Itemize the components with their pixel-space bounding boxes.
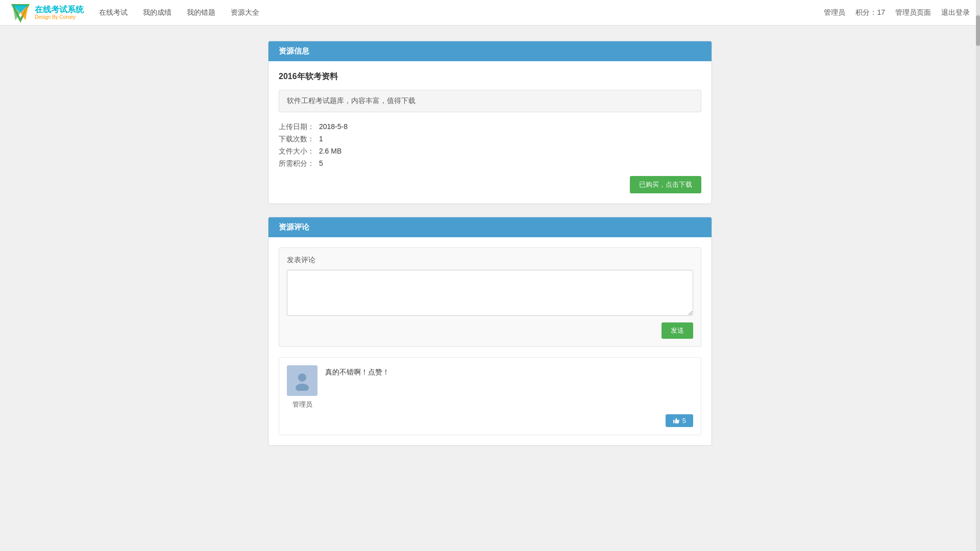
post-comment-label: 发表评论 [287,256,693,265]
comment-username: 管理员 [292,400,312,409]
nav-item-my-mistakes[interactable]: 我的错题 [187,6,215,20]
navbar-right: 管理员 积分：17 管理员页面 退出登录 [824,8,970,17]
comment-post-actions: 发送 [287,322,693,339]
resource-comment-body: 发表评论 发送 [268,237,712,445]
comment-user-row: 管理员 真的不错啊！点赞！ [287,365,693,409]
comment-like-row: 5 [287,414,693,427]
send-comment-button[interactable]: 发送 [662,322,693,339]
logo-text: 在线考试系统 Design By Corvey [35,5,84,20]
resource-description: 软件工程考试题库，内容丰富，值得下载 [279,90,701,112]
nav-item-my-scores[interactable]: 我的成绩 [143,6,172,20]
upload-date-value: 2018-5-8 [319,122,348,131]
resource-info-card: 资源信息 2016年软考资料 软件工程考试题库，内容丰富，值得下载 上传日期： … [268,41,712,204]
nav-links: 在线考试 我的成绩 我的错题 资源大全 [99,6,259,20]
resource-comment-header: 资源评论 [268,217,712,237]
admin-page-link[interactable]: 管理员页面 [895,8,931,17]
comment-textarea[interactable] [287,270,693,316]
points-value: 17 [877,8,885,16]
resource-info-body: 2016年软考资料 软件工程考试题库，内容丰富，值得下载 上传日期： 2018-… [268,61,712,204]
nav-item-resources[interactable]: 资源大全 [231,6,259,20]
logo-title: 在线考试系统 [35,5,84,14]
resource-comment-card: 资源评论 发表评论 发送 [268,217,712,446]
download-button[interactable]: 已购买，点击下载 [630,176,701,193]
resource-actions: 已购买，点击下载 [279,176,701,193]
points-needed-row: 所需积分： 5 [279,159,701,168]
comment-right: 真的不错啊！点赞！ [325,365,693,381]
logout-link[interactable]: 退出登录 [941,8,970,17]
like-button[interactable]: 5 [666,414,693,427]
comment-avatar [287,365,317,396]
file-size-value: 2.6 MB [319,147,341,155]
logo-subtitle: Design By Corvey [35,14,84,20]
main-content: 资源信息 2016年软考资料 软件工程考试题库，内容丰富，值得下载 上传日期： … [260,41,720,446]
points-display: 积分：17 [855,8,885,17]
points-needed-value: 5 [319,159,323,167]
svg-point-4 [298,373,306,382]
comment-text: 真的不错啊！点赞！ [325,368,693,377]
comment-item: 管理员 真的不错啊！点赞！ 5 [279,357,701,435]
comment-post-box: 发表评论 发送 [279,247,701,347]
file-size-label: 文件大小： [279,147,314,155]
nav-item-online-exam[interactable]: 在线考试 [99,6,128,20]
logo[interactable]: 在线考试系统 Design By Corvey [10,3,84,23]
points-needed-label: 所需积分： [279,159,314,167]
avatar-icon [292,370,312,391]
like-count: 5 [682,417,686,424]
upload-date-row: 上传日期： 2018-5-8 [279,122,701,132]
points-label: 积分： [855,8,877,16]
logo-icon [10,3,31,23]
comment-user-col: 管理员 [287,365,317,409]
download-count-row: 下载次数： 1 [279,135,701,144]
download-count-value: 1 [319,135,323,143]
page-scrollbar[interactable] [976,0,980,461]
user-name: 管理员 [824,8,845,17]
resource-title: 2016年软考资料 [279,71,701,82]
resource-info-header: 资源信息 [268,41,712,61]
thumbs-up-icon [673,417,680,424]
file-size-row: 文件大小： 2.6 MB [279,147,701,156]
navbar: 在线考试系统 Design By Corvey 在线考试 我的成绩 我的错题 资… [0,0,980,26]
download-count-label: 下载次数： [279,135,314,143]
upload-date-label: 上传日期： [279,122,314,131]
svg-point-5 [296,384,309,391]
scrollbar-thumb[interactable] [976,15,980,46]
